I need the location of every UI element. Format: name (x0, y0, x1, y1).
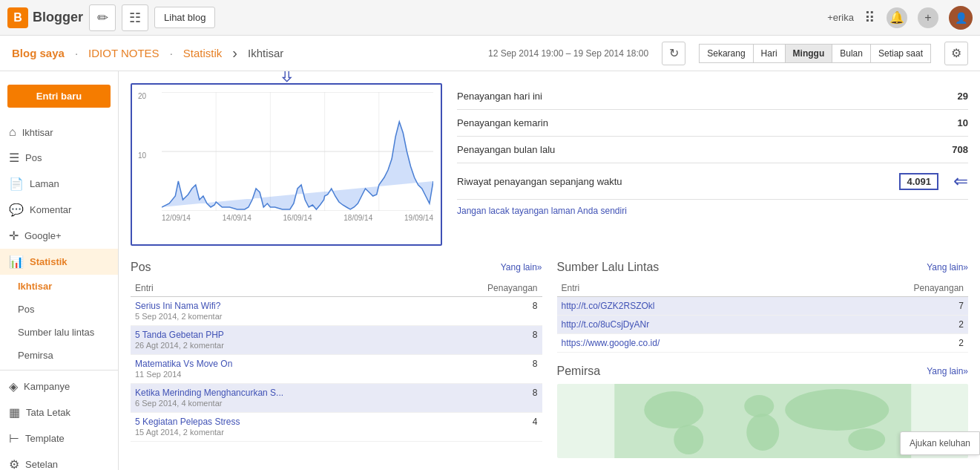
pos-entry-meta-3: 6 Sep 2014, 4 komentar (135, 399, 222, 408)
period-minggu[interactable]: Minggu (785, 44, 832, 63)
x-label-4: 19/09/14 (404, 214, 433, 222)
settings-button[interactable]: ⚙ (944, 42, 968, 65)
feedback-button[interactable]: Ajukan keluhan (900, 431, 980, 455)
chart-box: 20 10 (131, 83, 442, 246)
stat-value-kemarin: 10 (958, 117, 968, 128)
blog-name-link[interactable]: IDIOT NOTES (88, 47, 160, 59)
stat-label-riwayat: Riwayat penayangan sepanjang waktu (457, 176, 622, 187)
track-link[interactable]: Jangan lacak tayangan laman Anda sendiri (457, 206, 968, 216)
sidebar-item-kampanye[interactable]: ◈ Kampanye (0, 373, 118, 399)
tables-section: Pos Yang lain» Entri Penayangan Serius I… (131, 261, 968, 458)
home-icon: ⌂ (9, 125, 16, 139)
period-hari[interactable]: Hari (753, 44, 785, 63)
sidebar-item-pos-sub[interactable]: Pos (0, 298, 118, 321)
sumber-views-2: 2 (823, 334, 968, 353)
sidebar-item-laman[interactable]: 📄 Laman (0, 171, 118, 197)
lihat-blog-button[interactable]: Lihat blog (154, 7, 215, 28)
grid-icon[interactable]: ⠿ (864, 9, 876, 27)
chart-container: ⇩ 20 10 (131, 83, 442, 246)
pos-entry-link-3[interactable]: Ketika Merinding Menghancurkan S... (135, 388, 283, 398)
chart-area: 20 10 (162, 92, 433, 211)
pos-table-title: Pos (131, 261, 151, 274)
sidebar-label-pemirsa-sub: Pemirsa (18, 350, 53, 361)
top-right-area: +erika ⠿ 🔔 + 👤 (827, 6, 973, 30)
sumber-entry-link-0[interactable]: http://t.co/GZK2RSZOkl (562, 301, 655, 311)
avatar[interactable]: 👤 (949, 6, 973, 30)
blogger-label: Blogger (33, 10, 83, 25)
sidebar-item-komentar[interactable]: 💬 Komentar (0, 197, 118, 223)
stat-value-row: 4.091 ⇐ (899, 171, 968, 192)
stat-value-riwayat: 4.091 (899, 173, 938, 190)
sidebar-item-tata-letak[interactable]: ▦ Tata Letak (0, 399, 118, 425)
sumber-entry-cell-1: http://t.co/8uCsjDyANr (557, 316, 823, 334)
sidebar-item-pos[interactable]: ☰ Pos (0, 145, 118, 171)
komentar-icon: 💬 (9, 203, 24, 217)
sidebar-item-ikhtisar[interactable]: ⌂ Ikhtisar (0, 120, 118, 145)
table-row: Serius Ini Nama Wifi? 5 Sep 2014, 2 kome… (131, 297, 542, 326)
svg-point-9 (674, 425, 703, 454)
svg-point-10 (744, 395, 774, 417)
period-buttons: Sekarang Hari Minggu Bulan Setiap saat (699, 44, 931, 63)
pos-icon: ☰ (9, 151, 19, 165)
top-bar: B Blogger ✏ ☷ Lihat blog +erika ⠿ 🔔 + 👤 (0, 0, 980, 36)
sidebar-label-tata-letak: Tata Letak (26, 407, 70, 418)
pos-entry-cell-0: Serius Ini Nama Wifi? 5 Sep 2014, 2 kome… (131, 297, 430, 326)
y-label-20: 20 (138, 92, 146, 100)
pos-entry-meta-2: 11 Sep 2014 (135, 370, 181, 379)
pemirsa-yang-lain[interactable]: Yang lain» (927, 366, 968, 376)
sidebar-item-ikhtisar-sub[interactable]: Ikhtisar (0, 275, 118, 298)
pos-yang-lain[interactable]: Yang lain» (501, 262, 542, 272)
new-entry-button[interactable]: Entri baru (7, 85, 111, 108)
sumber-yang-lain[interactable]: Yang lain» (927, 262, 968, 272)
pos-entry-link-1[interactable]: 5 Tanda Gebetan PHP (135, 330, 224, 340)
pos-entry-link-4[interactable]: 5 Kegiatan Pelepas Stress (135, 417, 240, 427)
right-tables-section: Sumber Lalu Lintas Yang lain» Entri Pena… (557, 261, 969, 458)
refresh-button[interactable]: ↻ (662, 42, 685, 65)
statistik-link[interactable]: Statistik (183, 47, 223, 59)
table-row: Ketika Merinding Menghancurkan S... 6 Se… (131, 384, 542, 413)
stat-label-hari-ini: Penayangan hari ini (457, 91, 542, 102)
pos-entry-link-2[interactable]: Matematika Vs Move On (135, 359, 232, 369)
table-row: http://t.co/GZK2RSZOkl 7 (557, 297, 969, 316)
pos-entry-link-0[interactable]: Serius Ini Nama Wifi? (135, 301, 220, 311)
sidebar-item-statistik[interactable]: 📊 Statistik (0, 249, 118, 275)
sub-header: Blog saya · IDIOT NOTES · Statistik › Ik… (0, 36, 980, 71)
date-range: 12 Sep 2014 19:00 – 19 Sep 2014 18:00 (488, 48, 648, 59)
sidebar-item-sumber[interactable]: Sumber lalu lintas (0, 321, 118, 344)
chart-y-labels: 20 10 (138, 92, 146, 211)
stat-label-bulan-lalu: Penayangan bulan lalu (457, 144, 555, 155)
stat-label-kemarin: Penayangan kemarin (457, 117, 548, 128)
sidebar-label-kampanye: Kampanye (24, 381, 70, 392)
pos-col-penayangan: Penayangan (430, 280, 542, 297)
sumber-col-entri: Entri (557, 280, 823, 297)
pos-entry-meta-4: 15 Agt 2014, 2 komentar (135, 428, 224, 437)
sumber-entry-link-2[interactable]: https://www.google.co.id/ (562, 338, 660, 348)
posts-icon-btn[interactable]: ☷ (122, 4, 148, 31)
sidebar-item-googleplus[interactable]: ✛ Google+ (0, 223, 118, 249)
blogger-icon: B (7, 7, 28, 28)
notification-icon[interactable]: 🔔 (887, 7, 907, 28)
blogger-logo: B Blogger (7, 7, 83, 28)
svg-point-12 (785, 389, 889, 431)
breadcrumb-sep1: · (75, 47, 78, 59)
sidebar-item-pemirsa-sub[interactable]: Pemirsa (0, 344, 118, 367)
period-sekarang[interactable]: Sekarang (699, 44, 752, 63)
sidebar-item-setelan[interactable]: ⚙ Setelan (0, 451, 118, 470)
svg-point-13 (848, 428, 885, 451)
googleplus-icon: ✛ (9, 229, 19, 243)
period-bulan[interactable]: Bulan (832, 44, 870, 63)
sidebar-label-laman: Laman (30, 178, 59, 189)
x-label-3: 18/09/14 (343, 214, 372, 222)
user-name[interactable]: +erika (827, 12, 854, 23)
left-arrow-icon: ⇐ (953, 171, 968, 192)
period-setiap-saat[interactable]: Setiap saat (870, 44, 931, 63)
plus-icon[interactable]: + (918, 7, 938, 28)
pos-entry-cell-1: 5 Tanda Gebetan PHP 26 Agt 2014, 2 komen… (131, 326, 430, 355)
edit-icon-btn[interactable]: ✏ (89, 4, 116, 31)
sumber-entry-link-1[interactable]: http://t.co/8uCsjDyANr (562, 319, 650, 330)
blog-saya-link[interactable]: Blog saya (12, 47, 65, 59)
sidebar-item-template[interactable]: ⊢ Template (0, 425, 118, 451)
stat-value-hari-ini: 29 (958, 91, 968, 102)
top-content: ⇩ 20 10 (131, 83, 968, 246)
sumber-table: Entri Penayangan http://t.co/GZK2RSZOkl … (557, 280, 969, 353)
